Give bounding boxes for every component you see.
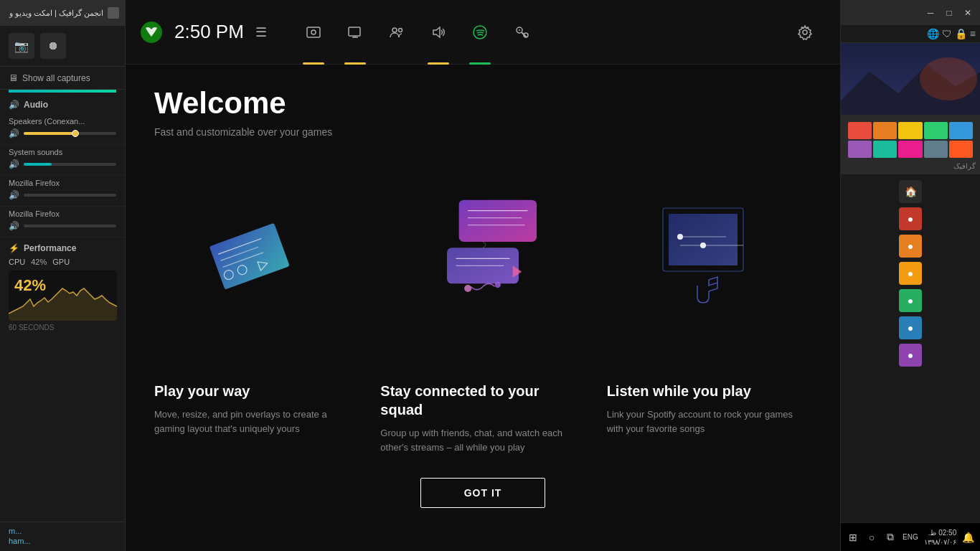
- yellow-nav-icon[interactable]: ●: [899, 262, 922, 285]
- lang-indicator: ENG: [903, 533, 918, 541]
- right-nav-icons: 🏠 ● ● ● ● ● ●: [841, 174, 980, 372]
- swatch-red[interactable]: [848, 122, 872, 139]
- record-btn[interactable]: ⏺: [40, 33, 66, 59]
- performance-label: Performance: [24, 243, 76, 253]
- firefox-2-volume-row: 🔊: [9, 221, 116, 231]
- welcome-title: Welcome: [154, 86, 811, 121]
- notification-icon[interactable]: 🔔: [962, 532, 974, 543]
- svg-point-14: [803, 30, 807, 34]
- blue-nav-icon[interactable]: ●: [899, 316, 922, 339]
- got-it-wrapper: GOT IT: [154, 463, 811, 529]
- vol-icon-3: 🔊: [9, 190, 19, 200]
- orange-nav-icon[interactable]: ●: [899, 235, 922, 258]
- cpu-chart: 42%: [9, 270, 117, 321]
- settings-icon: [797, 24, 813, 40]
- feature1-title: Play your way: [154, 382, 359, 400]
- sidebar-header-icon: [108, 7, 119, 19]
- red-nav-icon[interactable]: ●: [899, 207, 922, 230]
- performance-title: ⚡ Performance: [9, 243, 116, 253]
- feature-listen-col: Listen while you play Link your Spotify …: [607, 152, 811, 463]
- svg-rect-22: [459, 200, 537, 242]
- audio-tab-btn[interactable]: [418, 0, 459, 65]
- search-taskbar-icon[interactable]: ○: [865, 531, 878, 544]
- feature-squad-col: Stay connected to your squad Group up wi…: [380, 152, 606, 463]
- landscape-svg: [841, 43, 980, 115]
- svg-point-30: [495, 282, 501, 288]
- swatch-green[interactable]: [924, 122, 948, 139]
- lookingfor-underline: [511, 62, 532, 65]
- system-sounds-label: System sounds: [9, 148, 116, 156]
- taskview-icon[interactable]: ⧉: [884, 531, 897, 544]
- welcome-subtitle: Fast and customizable over your games: [154, 126, 811, 138]
- bottom-link-1[interactable]: m...: [9, 527, 116, 535]
- show-captures-btn[interactable]: 🖥 Show all captures: [0, 67, 125, 90]
- svg-marker-8: [433, 27, 440, 37]
- vol-icon-4: 🔊: [9, 221, 19, 231]
- purple-nav-icon[interactable]: ●: [899, 344, 922, 367]
- firefox-1-volume-bg[interactable]: [24, 194, 116, 197]
- time-display: 2:50 PM: [174, 21, 244, 43]
- menu-dots-icon[interactable]: ≡: [970, 28, 976, 39]
- speakers-volume-fill: [24, 132, 75, 135]
- home-nav-icon[interactable]: 🏠: [899, 180, 922, 203]
- close-btn[interactable]: ✕: [961, 6, 974, 19]
- swatch-purple[interactable]: [848, 141, 872, 158]
- capture-row: 📷 ⏺: [0, 26, 125, 67]
- swatch-teal[interactable]: [873, 141, 897, 158]
- taskbar-time: 02:50 ظ. ۱۳۹۸/۰۷/۰۶: [924, 528, 957, 547]
- globe-icon[interactable]: 🌐: [927, 28, 939, 39]
- stream-tab-btn[interactable]: [334, 0, 376, 65]
- got-it-button[interactable]: GOT IT: [420, 478, 546, 508]
- feature1-desc: Move, resize, and pin overlays to create…: [154, 408, 359, 435]
- audio-underline: [428, 62, 449, 65]
- svg-rect-15: [209, 223, 289, 290]
- swatch-pink[interactable]: [898, 141, 922, 158]
- hamburger-icon[interactable]: ☰: [255, 24, 267, 40]
- capture-underline: [303, 62, 324, 65]
- speakers-volume-bg[interactable]: [24, 132, 116, 135]
- right-top-bar: ─ □ ✕: [841, 0, 980, 25]
- system-sounds-fill: [24, 163, 52, 166]
- firefox-item-1: Mozilla Firefox 🔊: [0, 176, 125, 207]
- green-nav-icon[interactable]: ●: [899, 289, 922, 312]
- spotify-tab-btn[interactable]: [459, 0, 501, 65]
- cpu-value: 42%: [31, 258, 47, 266]
- screenshot-btn[interactable]: 📷: [9, 33, 34, 59]
- friends-tab-btn[interactable]: [376, 0, 418, 65]
- minimize-btn[interactable]: ─: [924, 6, 937, 19]
- swatch-orange[interactable]: [873, 122, 897, 139]
- firefox-label-1: Mozilla Firefox: [9, 179, 116, 187]
- swatch-blue[interactable]: [949, 122, 973, 139]
- play-illustration-svg: [199, 188, 314, 331]
- vpn-icon[interactable]: 🔒: [955, 28, 967, 39]
- squad-illustration-svg: [411, 188, 555, 331]
- welcome-content: Welcome Fast and customizable over your …: [126, 65, 840, 551]
- cpu-gpu-row: CPU 42% GPU: [9, 258, 116, 266]
- capture-tab-btn[interactable]: [293, 0, 334, 65]
- system-sounds-volume-bg[interactable]: [24, 163, 116, 166]
- swatch-deeporange[interactable]: [949, 141, 973, 158]
- windows-start-icon[interactable]: ⊞: [847, 531, 859, 544]
- bottom-link-2[interactable]: ham...: [9, 537, 116, 545]
- sidebar-header-text: انجمن گرافیک | امکت ویدیو و: [9, 9, 103, 18]
- swatch-gray[interactable]: [924, 141, 948, 158]
- firefox-item-2: Mozilla Firefox 🔊: [0, 207, 125, 237]
- system-sounds-item: System sounds 🔊: [0, 145, 125, 176]
- firefox-2-volume-bg[interactable]: [24, 225, 116, 227]
- lookingfor-tab-btn[interactable]: [501, 0, 542, 65]
- svg-point-11: [519, 29, 520, 31]
- maximize-btn[interactable]: □: [943, 6, 956, 19]
- speakers-volume-knob[interactable]: [72, 130, 79, 137]
- friends-underline: [386, 62, 407, 65]
- spotify-tab-icon: [472, 24, 488, 40]
- audio-section-header: 🔊 Audio: [0, 93, 125, 114]
- shield-icon[interactable]: 🛡: [942, 28, 952, 39]
- listen-illustration-svg: [651, 188, 766, 331]
- feature-play-col: Play your way Move, resize, and pin over…: [154, 152, 380, 463]
- swatch-yellow[interactable]: [898, 122, 922, 139]
- firefox-label-2: Mozilla Firefox: [9, 209, 116, 218]
- settings-btn[interactable]: [784, 0, 826, 65]
- listen-illustration: [607, 152, 811, 367]
- performance-section: ⚡ Performance CPU 42% GPU 42% 60 SECONDS: [0, 237, 125, 337]
- features-row: Play your way Move, resize, and pin over…: [154, 152, 811, 463]
